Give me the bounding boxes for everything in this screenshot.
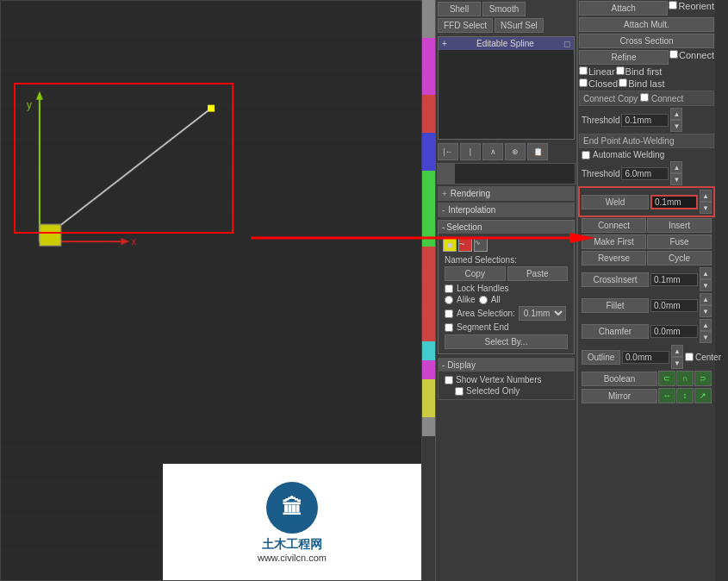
reorient-checkbox[interactable] [669,1,677,9]
fillet-down[interactable]: ▼ [700,305,712,317]
attach-button[interactable]: Attach [579,1,668,16]
all-radio[interactable] [479,296,488,304]
threshold1-down[interactable]: ▼ [670,120,682,132]
chamfer-up[interactable]: ▲ [700,319,712,331]
color-swatch-14[interactable] [422,266,435,284]
fillet-up[interactable]: ▲ [700,293,712,305]
fillet-field[interactable] [650,299,698,312]
color-swatch-7[interactable] [422,133,435,152]
make-first-button[interactable]: Make First [582,234,646,249]
crossinsert-field[interactable] [650,273,698,286]
rendering-header[interactable]: + Rendering [439,187,574,200]
color-swatch-5[interactable] [422,95,435,114]
threshold2-down[interactable]: ▼ [670,173,682,185]
outline-button[interactable]: Outline [582,350,620,365]
mirror-icon-2[interactable]: ↕ [676,388,694,403]
crossinsert-up[interactable]: ▲ [700,267,712,279]
outline-up[interactable]: ▲ [671,345,683,357]
color-swatch-4[interactable] [422,76,435,95]
reverse-button[interactable]: Reverse [582,251,646,266]
color-swatch-3[interactable] [422,57,435,76]
interpolation-header[interactable]: - Interpolation [439,203,574,216]
bind-first-checkbox[interactable] [616,66,625,75]
segment-icon[interactable]: ~ [458,238,472,252]
copy-button[interactable]: Copy [445,266,506,281]
color-swatch-6[interactable] [422,114,435,133]
outline-down[interactable]: ▼ [671,357,683,369]
color-swatch-1[interactable] [422,19,435,38]
threshold2-up[interactable]: ▲ [670,161,682,173]
insert-button[interactable]: Insert [647,218,712,233]
threshold2-field[interactable] [621,167,669,180]
color-swatch-16[interactable] [422,303,435,322]
color-swatch-12[interactable] [422,228,435,247]
color-swatch-2[interactable] [422,38,435,57]
refine-button[interactable]: Refine [579,50,669,65]
icon-btn-3[interactable]: ∧ [482,143,503,160]
icon-btn-1[interactable]: |← [438,143,458,160]
bind-last-checkbox[interactable] [619,78,627,87]
ffd-select-button[interactable]: FFD Select [438,18,493,33]
chamfer-down[interactable]: ▼ [700,331,712,343]
boolean-button[interactable]: Boolean [582,372,657,386]
automatic-welding-checkbox[interactable] [582,151,590,159]
linear-checkbox[interactable] [579,66,588,75]
spline-sel-icon[interactable]: ∿ [474,238,488,252]
cross-section-button[interactable]: Cross Section [579,34,714,48]
weld-field[interactable] [650,195,698,209]
connect-copy-checkbox[interactable] [640,93,649,102]
viewport[interactable]: 🏛 土木工程网 www.civilcn.com [0,0,422,581]
color-swatch-0[interactable] [422,0,435,19]
bool-icon-3[interactable]: ⊃ [694,371,712,386]
attach-mult-button[interactable]: Attach Mult. [579,17,714,32]
cycle-button[interactable]: Cycle [647,251,712,266]
icon-btn-4[interactable]: ⊕ [505,143,526,160]
chamfer-button[interactable]: Chamfer [582,324,649,339]
color-swatch-8[interactable] [422,152,435,171]
color-swatch-10[interactable] [422,190,435,209]
mirror-button[interactable]: Mirror [582,389,657,403]
bool-icon-1[interactable]: ⊂ [658,371,675,386]
threshold1-field[interactable] [621,114,669,127]
connect-button[interactable]: Connect [582,218,646,233]
crossinsert-down[interactable]: ▼ [700,279,712,291]
show-vertex-numbers-checkbox[interactable] [445,376,453,384]
threshold1-up[interactable]: ▲ [670,108,682,120]
lock-handles-checkbox[interactable] [445,284,453,293]
outline-field[interactable] [622,351,669,364]
fillet-button[interactable]: Fillet [582,298,649,313]
chamfer-field[interactable] [650,325,698,338]
nsurf-sel-button[interactable]: NSurf Sel [495,18,544,33]
vertex-icon[interactable]: ■ [443,238,457,252]
spline-expand-icon[interactable]: + [442,39,447,48]
smooth-button[interactable]: Smooth [482,2,526,16]
area-selection-dropdown[interactable]: 0.1mm [519,306,566,321]
paste-button[interactable]: Paste [507,266,569,281]
color-swatch-22[interactable] [422,417,435,436]
color-swatch-17[interactable] [422,322,435,341]
color-swatch-13[interactable] [422,247,435,266]
center-checkbox[interactable] [685,353,694,361]
color-swatch-19[interactable] [422,360,435,379]
fuse-button[interactable]: Fuse [647,234,712,249]
scroll-area-1[interactable] [437,163,576,184]
shell-button[interactable]: Shell [438,2,481,16]
area-selection-checkbox[interactable] [445,309,453,318]
color-swatch-20[interactable] [422,379,435,398]
spline-collapse-icon[interactable]: ◻ [563,39,570,48]
mirror-icon-1[interactable]: ↔ [658,388,675,403]
weld-up[interactable]: ▲ [700,190,712,202]
color-swatch-11[interactable] [422,209,435,228]
icon-btn-2[interactable]: | [460,143,481,160]
connect-chk[interactable] [669,50,678,59]
weld-button[interactable]: Weld [582,195,649,209]
weld-down[interactable]: ▼ [700,202,712,214]
color-swatch-9[interactable] [422,171,435,190]
crossinsert-button[interactable]: CrossInsert [582,272,649,287]
mirror-icon-3[interactable]: ↗ [694,388,712,403]
color-swatch-21[interactable] [422,398,435,417]
icon-btn-5[interactable]: 📋 [527,143,548,160]
select-by-button[interactable]: Select By... [445,334,568,349]
closed-checkbox[interactable] [579,78,588,87]
color-swatch-18[interactable] [422,341,435,360]
